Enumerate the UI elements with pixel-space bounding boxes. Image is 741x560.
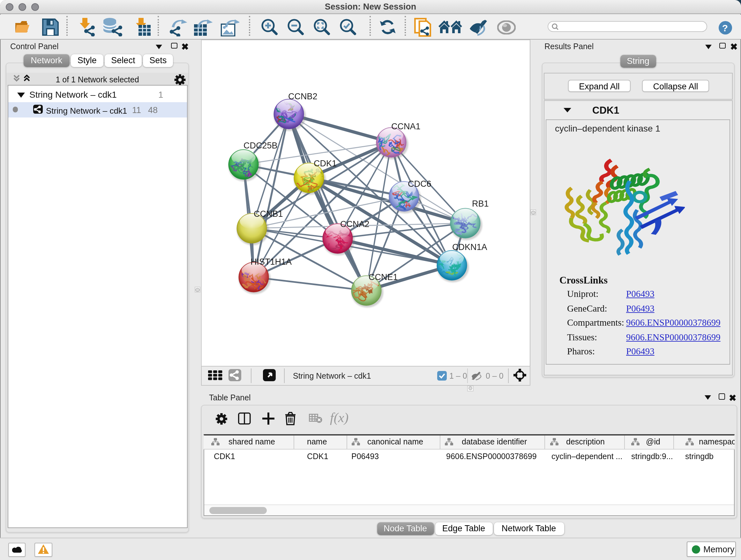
svg-text:CDKN1A: CDKN1A: [452, 242, 487, 252]
svg-text:CDC6: CDC6: [408, 179, 431, 189]
svg-text:HIST1H1A: HIST1H1A: [250, 257, 291, 266]
svg-text:CDK1: CDK1: [313, 159, 336, 168]
svg-text:CCNB1: CCNB1: [253, 209, 283, 219]
svg-text:CCNE1: CCNE1: [368, 272, 398, 282]
svg-text:CCNA2: CCNA2: [340, 219, 369, 229]
svg-text:CCNA1: CCNA1: [391, 122, 420, 131]
svg-text:RB1: RB1: [472, 199, 488, 208]
svg-text:CCNB2: CCNB2: [288, 91, 317, 101]
svg-text:CDC25B: CDC25B: [243, 141, 277, 150]
